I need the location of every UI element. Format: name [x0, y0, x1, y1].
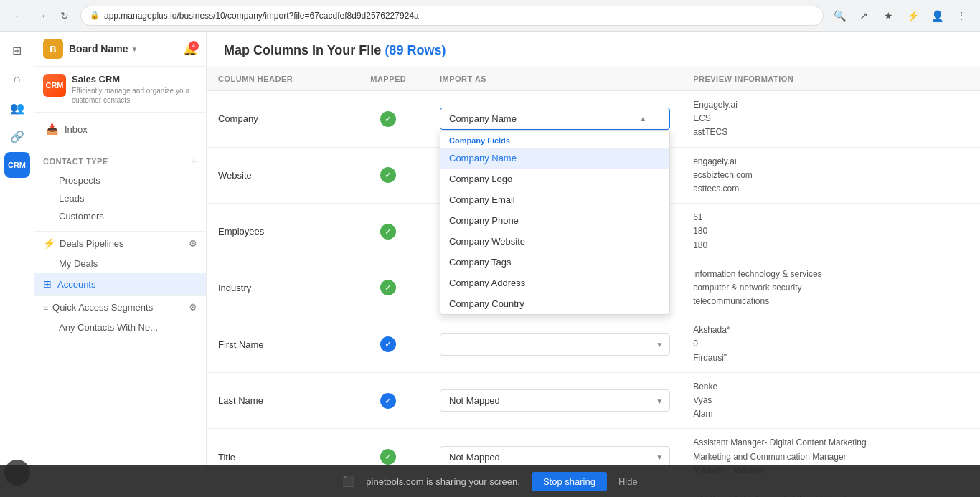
app-icon-column: ⊞ ⌂ 👥 🔗 CRM [0, 32, 34, 497]
quick-access-icon: ≡ [43, 303, 48, 313]
sidebar-item-prospects[interactable]: Prospects [34, 171, 206, 189]
cell-mapped: ✓ [349, 91, 428, 148]
import-as-select[interactable] [440, 333, 670, 356]
col-header-column: COLUMN HEADER [207, 67, 349, 91]
dropdown-group-label: Company Fields [440, 131, 669, 148]
accounts-icon: ⊞ [43, 278, 52, 290]
sidebar-item-leads[interactable]: Leads [34, 189, 206, 207]
dropdown-option[interactable]: Company Name [440, 148, 669, 169]
page-row-count: (89 Rows) [385, 43, 446, 57]
cell-column-header: First Name [207, 316, 349, 373]
lock-icon: 🔒 [90, 11, 100, 20]
deals-label: Deals Pipelines [60, 238, 124, 249]
col-header-import: IMPORT AS [428, 67, 682, 91]
cell-mapped: ✓ [349, 204, 428, 260]
profile-button[interactable]: 👤 [927, 6, 947, 26]
star-button[interactable]: ★ [878, 6, 898, 26]
stop-sharing-button[interactable]: Stop sharing [532, 472, 607, 491]
cell-mapped: ✓ [349, 260, 428, 316]
hide-button[interactable]: Hide [618, 476, 638, 487]
dropdown-option[interactable]: Company Email [440, 189, 669, 210]
add-contact-type-button[interactable]: + [191, 156, 197, 167]
people-icon-button[interactable]: 👥 [4, 95, 30, 120]
board-name-text: Board Name [69, 43, 128, 55]
forward-button[interactable]: → [32, 6, 52, 26]
address-bar[interactable]: 🔒 app.manageplus.io/business/10/company/… [80, 6, 824, 26]
cell-mapped: ✓ [349, 372, 428, 429]
contact-type-header: Contact Type + [34, 151, 206, 171]
crm-app-logo: CRM [43, 74, 66, 97]
cell-column-header: Last Name [207, 372, 349, 429]
page-header: Map Columns In Your File (89 Rows) [207, 32, 980, 67]
mapped-check-green-icon: ✓ [380, 111, 396, 127]
inbox-icon: 📥 [46, 123, 59, 135]
dropdown-selected-value: Company Name [449, 113, 517, 124]
cell-column-header: Employees [207, 204, 349, 260]
board-chevron-icon: ▼ [131, 45, 138, 53]
deals-header[interactable]: ⚡ Deals Pipelines ⚙ [34, 232, 206, 255]
sidebar-item-accounts[interactable]: ⊞ Accounts [34, 273, 206, 295]
app-container: ⊞ ⌂ 👥 🔗 CRM B Board Name ▼ 🔔 4 CRM Sales… [0, 32, 980, 497]
refresh-button[interactable]: ↻ [55, 6, 75, 26]
col-header-mapped: MAPPED [349, 67, 428, 91]
cell-preview: information technology & servicescompute… [682, 260, 980, 316]
dropdown-option[interactable]: Company Website [440, 231, 669, 252]
dropdown-wrapper: ▼ [440, 333, 670, 356]
dropdown-trigger[interactable]: Company Name▲ [440, 108, 670, 130]
page-title: Map Columns In Your File (89 Rows) [224, 43, 446, 57]
main-content: Map Columns In Your File (89 Rows) COLUM… [207, 32, 980, 497]
link-icon-button[interactable]: 🔗 [4, 123, 30, 149]
back-button[interactable]: ← [9, 6, 29, 26]
cell-preview: 61180180 [682, 204, 980, 260]
cell-import-as: Company Name▲Company FieldsCompany NameC… [428, 91, 682, 148]
deals-settings-button[interactable]: ⚙ [189, 238, 197, 249]
sidebar-item-any-contacts[interactable]: Any Contacts With Ne... [34, 318, 206, 336]
share-screen-icon: ⬛ [342, 475, 354, 487]
table-row: Company✓Company Name▲Company FieldsCompa… [207, 91, 980, 148]
sidebar-item-my-deals[interactable]: My Deals [34, 255, 206, 273]
quick-access-header: ≡ Quick Access Segments ⚙ [34, 296, 206, 318]
extensions-button[interactable]: ⚡ [903, 6, 923, 26]
crm-icon-button[interactable]: CRM [4, 152, 30, 178]
contact-type-label: Contact Type [43, 157, 108, 166]
browser-actions: 🔍 ↗ ★ ⚡ 👤 ⋮ [829, 6, 971, 26]
cell-preview: Engagely.aiECSastTECS [682, 91, 980, 148]
dropdown-option[interactable]: Company Tags [440, 252, 669, 273]
table-row: First Name✓▼Akshada*0Firdausi" [207, 316, 980, 373]
home-icon-button[interactable]: ⌂ [4, 66, 30, 92]
cell-mapped: ✓ [349, 147, 428, 204]
dropdown-option[interactable]: Company Logo [440, 169, 669, 189]
cell-preview: BenkeVyasAlam [682, 372, 980, 429]
cell-import-as: Not Mapped▼ [428, 372, 682, 429]
col-header-preview: PREVIEW INFORMATION [682, 67, 980, 91]
mapped-check-blue-icon: ✓ [380, 336, 396, 352]
notification-badge: 4 [189, 41, 199, 51]
board-logo: B [43, 39, 63, 59]
nav-section-contact-type: Contact Type + Prospects Leads Customers [34, 146, 206, 231]
quick-access-settings-button[interactable]: ⚙ [189, 302, 197, 313]
more-button[interactable]: ⋮ [951, 6, 971, 26]
crm-app-header: CRM Sales CRM Efficiently manage and org… [34, 67, 206, 113]
dropdown-option[interactable]: Company Address [440, 273, 669, 293]
cell-import-as: ▼ [428, 316, 682, 373]
board-name-row[interactable]: Board Name ▼ [69, 43, 138, 55]
nav-section-inbox: 📥 Inbox [34, 113, 206, 146]
dropdown-option[interactable]: Company Phone [440, 210, 669, 231]
import-as-select[interactable]: Not Mapped [440, 389, 670, 412]
import-as-select[interactable]: Not Mapped [440, 446, 670, 468]
sidebar-item-customers[interactable]: Customers [34, 207, 206, 225]
grid-icon-button[interactable]: ⊞ [4, 37, 30, 63]
sidebar-item-inbox[interactable]: 📥 Inbox [34, 118, 206, 140]
screen-share-bar: ⬛ pinetools.com is sharing your screen. … [0, 465, 980, 497]
cell-preview: engagely.aiecsbiztech.comasttecs.com [682, 147, 980, 204]
accounts-label: Accounts [57, 279, 95, 290]
share-button[interactable]: ↗ [854, 6, 874, 26]
dropdown-wrapper: Not Mapped▼ [440, 389, 670, 412]
dropdown-options-list: Company FieldsCompany NameCompany LogoCo… [440, 130, 670, 315]
dropdown-option[interactable]: Company Country [440, 293, 669, 314]
notification-button[interactable]: 🔔 4 [183, 42, 197, 56]
search-browser-button[interactable]: 🔍 [829, 6, 849, 26]
mapped-check-green-icon: ✓ [380, 449, 396, 465]
browser-bar: ← → ↻ 🔒 app.manageplus.io/business/10/co… [0, 0, 980, 32]
page-title-text: Map Columns In Your File [224, 43, 381, 57]
